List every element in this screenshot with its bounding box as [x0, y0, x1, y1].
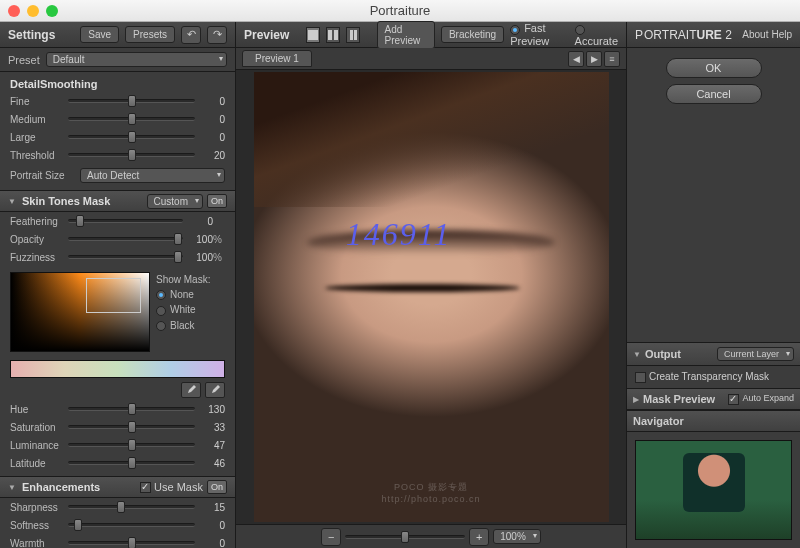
preview-label: Preview	[244, 28, 289, 42]
skin-tones-title: Skin Tones Mask	[22, 195, 143, 207]
medium-slider[interactable]	[68, 117, 195, 121]
add-preview-button[interactable]: Add Preview	[377, 21, 435, 49]
hue-slider[interactable]	[68, 407, 195, 411]
threshold-slider[interactable]	[68, 153, 195, 157]
output-title: Output	[645, 348, 713, 360]
transparency-checkbox[interactable]: Create Transparency Mask	[627, 366, 800, 388]
mask-black-radio[interactable]: Black	[156, 318, 225, 333]
medium-label: Medium	[10, 114, 68, 125]
cancel-button[interactable]: Cancel	[666, 84, 762, 104]
accurate-radio[interactable]: Accurate	[575, 22, 618, 46]
about-link[interactable]: About	[742, 29, 768, 40]
large-label: Large	[10, 132, 68, 143]
collapse-icon[interactable]: ▼	[633, 350, 641, 359]
opacity-value: 100	[183, 234, 213, 245]
navigator-title: Navigator	[633, 415, 794, 427]
sharpness-slider[interactable]	[68, 505, 195, 509]
medium-value: 0	[195, 114, 225, 125]
latitude-slider[interactable]	[68, 461, 195, 465]
sharpness-value: 15	[195, 502, 225, 513]
hue-value: 130	[195, 404, 225, 415]
auto-expand-checkbox[interactable]: Auto Expand	[728, 393, 794, 404]
large-value: 0	[195, 132, 225, 143]
save-button[interactable]: Save	[80, 26, 119, 43]
large-slider[interactable]	[68, 135, 195, 139]
overlay-number: 146911	[346, 216, 452, 253]
help-link[interactable]: Help	[771, 29, 792, 40]
threshold-value: 20	[195, 150, 225, 161]
presets-button[interactable]: Presets	[125, 26, 175, 43]
ok-button[interactable]: OK	[666, 58, 762, 78]
view-split-v-icon[interactable]	[346, 27, 360, 43]
detail-smoothing-title: DetailSmoothing	[0, 72, 235, 92]
warmth-slider[interactable]	[68, 541, 195, 545]
fuzziness-slider[interactable]	[68, 255, 183, 259]
spectrum-bar[interactable]	[10, 360, 225, 378]
window-title: Portraiture	[8, 3, 792, 18]
mask-preview-title: Mask Preview	[643, 393, 724, 405]
feathering-slider[interactable]	[68, 219, 183, 223]
softness-slider[interactable]	[68, 523, 195, 527]
mask-white-radio[interactable]: White	[156, 302, 225, 317]
eyedropper-icon[interactable]	[181, 382, 201, 398]
luminance-value: 47	[195, 440, 225, 451]
latitude-label: Latitude	[10, 458, 68, 469]
luminance-slider[interactable]	[68, 443, 195, 447]
collapse-icon[interactable]: ▼	[8, 483, 16, 492]
collapse-icon[interactable]: ▶	[633, 395, 639, 404]
fuzziness-label: Fuzziness	[10, 252, 68, 263]
eyedropper-add-icon[interactable]	[205, 382, 225, 398]
color-picker[interactable]	[10, 272, 150, 352]
enh-on-toggle[interactable]: On	[207, 480, 227, 494]
preset-dropdown[interactable]: Default	[46, 52, 227, 67]
use-mask-checkbox[interactable]: Use Mask	[140, 481, 203, 494]
warmth-value: 0	[195, 538, 225, 549]
enhancements-title: Enhancements	[22, 481, 136, 493]
saturation-label: Saturation	[10, 422, 68, 433]
fine-label: Fine	[10, 96, 68, 107]
output-layer-dropdown[interactable]: Current Layer	[717, 347, 794, 361]
sharpness-label: Sharpness	[10, 502, 68, 513]
zoom-dropdown[interactable]: 100%	[493, 529, 541, 544]
watermark: POCO 摄影专题 http://photo.poco.cn	[254, 481, 609, 504]
product-title: PORTRAITURE 2	[635, 28, 732, 42]
preview-canvas[interactable]: 146911 POCO 摄影专题 http://photo.poco.cn	[236, 70, 626, 524]
show-mask-label: Show Mask:	[156, 272, 225, 287]
feathering-value: 0	[183, 216, 213, 227]
fast-preview-radio[interactable]: Fast Preview	[510, 22, 568, 46]
portrait-size-label: Portrait Size	[10, 170, 80, 181]
mask-none-radio[interactable]: None	[156, 287, 225, 302]
view-single-icon[interactable]	[306, 27, 320, 43]
skin-custom-dropdown[interactable]: Custom	[147, 194, 203, 209]
warmth-label: Warmth	[10, 538, 68, 549]
feathering-label: Feathering	[10, 216, 68, 227]
bracketing-button[interactable]: Bracketing	[441, 26, 504, 43]
softness-value: 0	[195, 520, 225, 531]
fuzziness-value: 100	[183, 252, 213, 263]
portrait-size-dropdown[interactable]: Auto Detect	[80, 168, 225, 183]
tab-prev-icon[interactable]: ◀	[568, 51, 584, 67]
zoom-in-button[interactable]: +	[469, 528, 489, 546]
view-split-h-icon[interactable]	[326, 27, 340, 43]
tab-menu-icon[interactable]: ≡	[604, 51, 620, 67]
latitude-value: 46	[195, 458, 225, 469]
tab-next-icon[interactable]: ▶	[586, 51, 602, 67]
zoom-slider[interactable]	[345, 535, 465, 539]
collapse-icon[interactable]: ▼	[8, 197, 16, 206]
redo-icon[interactable]: ↷	[207, 26, 227, 44]
opacity-slider[interactable]	[68, 237, 183, 241]
fine-slider[interactable]	[68, 99, 195, 103]
opacity-label: Opacity	[10, 234, 68, 245]
settings-label: Settings	[8, 28, 55, 42]
skin-on-toggle[interactable]: On	[207, 194, 227, 208]
tab-preview-1[interactable]: Preview 1	[242, 50, 312, 67]
threshold-label: Threshold	[10, 150, 68, 161]
hue-label: Hue	[10, 404, 68, 415]
luminance-label: Luminance	[10, 440, 68, 451]
undo-icon[interactable]: ↶	[181, 26, 201, 44]
zoom-out-button[interactable]: −	[321, 528, 341, 546]
navigator-thumbnail[interactable]	[635, 440, 792, 540]
preset-label: Preset	[8, 54, 40, 66]
saturation-slider[interactable]	[68, 425, 195, 429]
softness-label: Softness	[10, 520, 68, 531]
